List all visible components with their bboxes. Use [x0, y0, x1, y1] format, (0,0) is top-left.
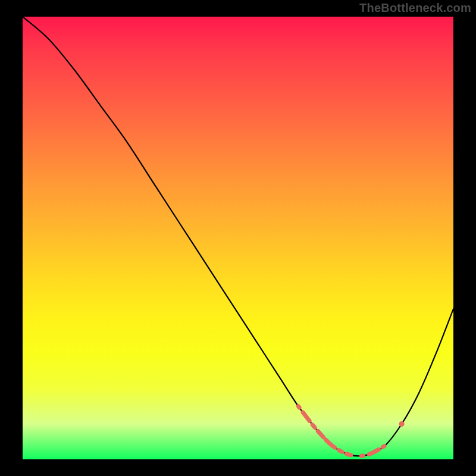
plot-area: [23, 17, 453, 459]
optimal-range-highlight: [298, 406, 384, 456]
bottleneck-curve: [23, 17, 453, 456]
watermark-text: TheBottleneck.com: [359, 1, 471, 15]
highlight-dot: [399, 421, 405, 427]
curve-svg: [23, 17, 453, 459]
chart-frame: TheBottleneck.com: [0, 0, 476, 476]
